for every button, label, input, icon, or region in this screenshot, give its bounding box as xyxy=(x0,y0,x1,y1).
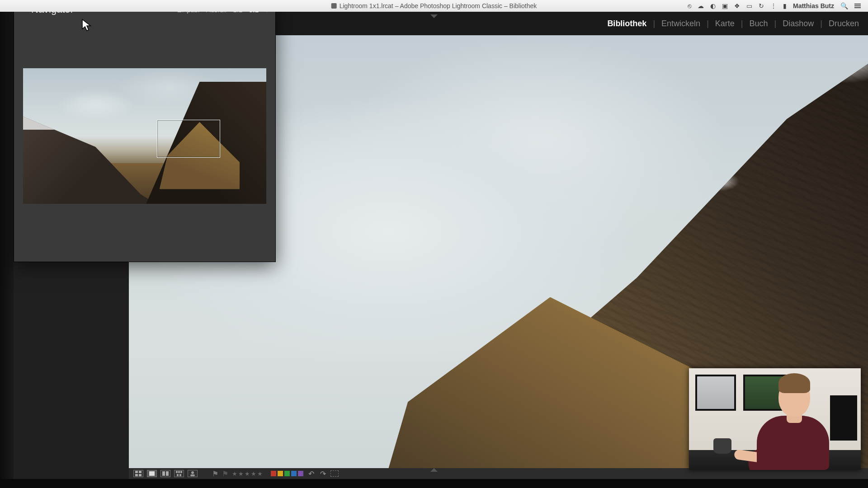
star-5[interactable]: ★ xyxy=(257,470,263,477)
svg-rect-2 xyxy=(135,474,138,476)
module-buch[interactable]: Buch xyxy=(750,19,768,28)
color-red[interactable] xyxy=(271,471,276,476)
svg-point-12 xyxy=(191,471,194,474)
module-bibliothek[interactable]: Bibliothek xyxy=(607,19,646,28)
svg-rect-8 xyxy=(178,471,180,473)
svg-rect-5 xyxy=(162,471,165,476)
color-green[interactable] xyxy=(284,471,290,476)
sync-icon[interactable]: ◐ xyxy=(710,2,716,9)
star-2[interactable]: ★ xyxy=(238,470,244,477)
module-diashow[interactable]: Diashow xyxy=(783,19,814,28)
battery-icon[interactable]: ▮ xyxy=(783,2,787,9)
timemachine-icon[interactable]: ↻ xyxy=(759,2,764,9)
navigator-panel: Navigator Einpas. Ausfül. 1:1 3:1 ▲▼ xyxy=(14,0,276,262)
flag-pick-icon[interactable]: ⚑ xyxy=(212,469,218,478)
filmstrip-toggle[interactable] xyxy=(430,468,438,472)
svg-rect-6 xyxy=(166,471,169,476)
loupe-view-button[interactable] xyxy=(147,470,157,477)
color-purple[interactable] xyxy=(298,471,303,476)
module-karte[interactable]: Karte xyxy=(715,19,735,28)
notification-center-icon[interactable] xyxy=(854,4,861,8)
svg-rect-4 xyxy=(149,471,155,476)
os-bottom-strip xyxy=(0,479,868,488)
svg-rect-9 xyxy=(180,471,182,473)
flag-reject-icon[interactable]: ⚑ xyxy=(222,469,228,478)
module-picker: Bibliothek| Entwickeln| Karte| Buch| Dia… xyxy=(607,19,859,28)
drop-icon[interactable]: ❖ xyxy=(734,2,740,9)
wall-art xyxy=(695,375,736,411)
rotate-cw-icon[interactable]: ↷ xyxy=(319,470,327,477)
user-name[interactable]: Matthias Butz xyxy=(793,2,834,9)
star-3[interactable]: ★ xyxy=(245,470,250,477)
window-title-text: Lightroom 1x1.lrcat – Adobe Photoshop Li… xyxy=(340,2,537,9)
mouse-cursor xyxy=(81,19,91,32)
survey-view-button[interactable] xyxy=(174,470,184,477)
svg-rect-0 xyxy=(135,471,138,473)
svg-rect-1 xyxy=(139,471,142,473)
rating-stars[interactable]: ★ ★ ★ ★ ★ xyxy=(232,470,263,477)
left-panel-edge[interactable] xyxy=(0,12,14,479)
navigator-preview-wrap xyxy=(14,19,275,213)
navigator-view-rect[interactable] xyxy=(157,120,220,158)
svg-rect-10 xyxy=(177,474,179,476)
module-drucken[interactable]: Drucken xyxy=(829,19,859,28)
window-title: Lightroom 1x1.lrcat – Adobe Photoshop Li… xyxy=(331,2,537,9)
svg-rect-13 xyxy=(190,474,195,476)
sync-thumb-icon[interactable] xyxy=(330,470,339,477)
color-blue[interactable] xyxy=(291,471,297,476)
dropbox-icon[interactable]: ▣ xyxy=(722,2,728,9)
mac-menubar: Lightroom 1x1.lrcat – Adobe Photoshop Li… xyxy=(0,0,868,12)
wifi-icon[interactable]: ⋮ xyxy=(770,2,777,9)
menubar-right: ⎋ ☁ ◐ ▣ ❖ ▭ ↻ ⋮ ▮ Matthias Butz 🔍 xyxy=(688,2,868,9)
svg-rect-3 xyxy=(139,474,142,476)
grid-view-button[interactable] xyxy=(133,470,143,477)
menu-extra-icon[interactable]: ⎋ xyxy=(688,2,691,9)
color-yellow[interactable] xyxy=(278,471,283,476)
star-4[interactable]: ★ xyxy=(251,470,256,477)
spotlight-icon[interactable]: 🔍 xyxy=(840,2,848,9)
star-1[interactable]: ★ xyxy=(232,470,237,477)
compare-view-button[interactable] xyxy=(160,470,170,477)
color-labels xyxy=(271,471,303,476)
monitor xyxy=(830,395,857,441)
svg-rect-7 xyxy=(176,471,178,473)
display-icon[interactable]: ▭ xyxy=(746,2,752,9)
module-entwickeln[interactable]: Entwickeln xyxy=(661,19,700,28)
svg-rect-11 xyxy=(179,474,181,476)
lightroom-app-icon xyxy=(331,3,337,9)
top-panel-toggle[interactable] xyxy=(430,14,438,18)
people-view-button[interactable] xyxy=(188,470,198,477)
rotate-ccw-icon[interactable]: ↶ xyxy=(307,470,315,477)
mug xyxy=(713,438,731,454)
cloud-icon[interactable]: ☁ xyxy=(698,2,704,9)
navigator-preview[interactable] xyxy=(23,68,266,204)
webcam-overlay xyxy=(689,368,861,470)
